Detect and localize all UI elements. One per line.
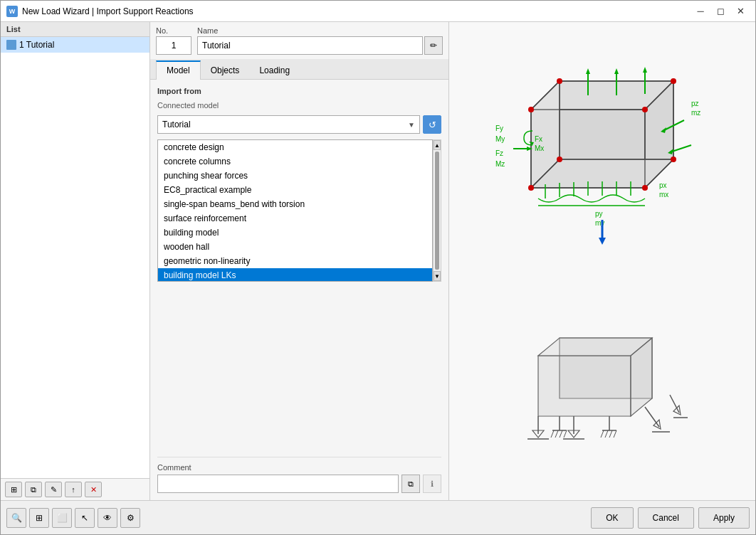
svg-text:Fz: Fz — [495, 149, 503, 157]
bottom-bar: 🔍 ⊞ ⬜ ↖ 👁 ⚙ OK Cancel Apply — [1, 500, 755, 534]
close-button[interactable]: ✕ — [731, 4, 750, 19]
list-item-label: 1 Tutorial — [19, 40, 54, 50]
connected-model-dropdown[interactable]: Tutorial ▼ — [157, 115, 420, 134]
list-item[interactable]: 1 Tutorial — [1, 37, 149, 53]
name-section: Name ✏ — [197, 26, 443, 55]
svg-text:py: py — [595, 210, 603, 218]
list-header: List — [1, 22, 149, 37]
rename-button[interactable]: ✎ — [45, 482, 62, 497]
svg-line-69 — [560, 430, 562, 438]
svg-line-73 — [601, 430, 604, 438]
svg-text:mz: mz — [691, 109, 700, 117]
maximize-button[interactable]: ◻ — [711, 4, 730, 19]
minimize-button[interactable]: ─ — [691, 4, 710, 19]
no-input[interactable] — [156, 36, 191, 55]
list-scrollbar[interactable]: ▲ ▼ — [433, 139, 441, 282]
scroll-up-button[interactable]: ▲ — [434, 140, 441, 150]
dropdown-item-9[interactable]: building model LKs — [158, 268, 432, 282]
view-button[interactable]: ⬜ — [52, 508, 72, 528]
svg-point-13 — [671, 157, 676, 162]
titlebar: W New Load Wizard | Import Support React… — [1, 1, 755, 22]
comment-copy-button[interactable]: ⧉ — [401, 475, 420, 493]
comment-input[interactable] — [157, 475, 399, 493]
list-item-icon — [6, 40, 16, 50]
bottom-action-buttons: OK Cancel Apply — [591, 507, 750, 529]
settings-button[interactable]: ⚙ — [120, 508, 140, 528]
svg-text:Fx: Fx — [535, 135, 542, 143]
ok-button[interactable]: OK — [591, 507, 633, 529]
dropdown-list[interactable]: concrete design concrete columns punchin… — [157, 139, 433, 282]
svg-text:px: px — [659, 181, 667, 189]
svg-line-68 — [555, 430, 558, 438]
no-label: No. — [156, 26, 191, 35]
apply-button[interactable]: Apply — [698, 507, 750, 529]
dropdown-item-1[interactable]: concrete columns — [158, 154, 432, 169]
svg-marker-45 — [599, 238, 606, 245]
dropdown-selected-value: Tutorial — [162, 120, 191, 129]
comment-info-button[interactable]: ℹ — [423, 475, 441, 493]
delete-button[interactable]: ✕ — [85, 482, 102, 497]
right-panel: pz mz Fy My Fz Mz Fx Mx px mx py my — [449, 22, 755, 500]
svg-marker-19 — [643, 67, 647, 73]
main-content: List 1 Tutorial ⊞ ⧉ ✎ ↑ ✕ No. — [1, 22, 755, 500]
bottom-tools: 🔍 ⊞ ⬜ ↖ 👁 ⚙ — [6, 508, 140, 528]
dropdown-item-8[interactable]: geometric non-linearity — [158, 254, 432, 268]
window-title: New Load Wizard | Import Support Reactio… — [22, 6, 687, 16]
svg-line-74 — [605, 430, 608, 438]
dropdown-arrow-icon: ▼ — [408, 121, 415, 129]
grid-button[interactable]: ⊞ — [29, 508, 49, 528]
refresh-button[interactable]: ↺ — [423, 115, 441, 134]
dropdown-item-5[interactable]: surface reinforcement — [158, 211, 432, 226]
duplicate-button[interactable]: ⧉ — [25, 482, 42, 497]
scroll-thumb[interactable] — [435, 152, 439, 270]
move-up-button[interactable]: ↑ — [65, 482, 82, 497]
edit-name-button[interactable]: ✏ — [424, 36, 443, 55]
name-input[interactable] — [197, 36, 423, 55]
dropdown-item-4[interactable]: single-span beams_bend with torsion — [158, 197, 432, 211]
name-label: Name — [197, 26, 443, 35]
svg-point-6 — [528, 107, 534, 112]
svg-marker-63 — [673, 406, 681, 415]
lower-diagram — [503, 327, 702, 455]
eye-button[interactable]: 👁 — [98, 508, 117, 528]
middle-panel: No. Name ✏ Model Objects Loading — [150, 22, 449, 500]
name-input-row: ✏ — [197, 36, 443, 55]
search-button[interactable]: 🔍 — [6, 508, 26, 528]
svg-line-67 — [551, 430, 554, 438]
dropdown-item-6[interactable]: building model — [158, 226, 432, 240]
main-window: W New Load Wizard | Import Support React… — [0, 0, 756, 535]
list-items: 1 Tutorial — [1, 37, 149, 478]
svg-text:pz: pz — [691, 100, 699, 107]
cursor-button[interactable]: ↖ — [75, 508, 95, 528]
cancel-button[interactable]: Cancel — [638, 507, 694, 529]
tab-loading[interactable]: Loading — [249, 60, 300, 79]
list-toolbar: ⊞ ⧉ ✎ ↑ ✕ — [1, 478, 149, 500]
app-icon: W — [6, 6, 18, 17]
new-item-button[interactable]: ⊞ — [5, 482, 22, 497]
svg-point-12 — [557, 157, 562, 162]
dropdown-item-2[interactable]: punching shear forces — [158, 169, 432, 183]
svg-line-75 — [609, 430, 612, 438]
connected-model-row: Tutorial ▼ ↺ — [157, 115, 441, 134]
svg-line-70 — [564, 430, 567, 438]
svg-line-59 — [645, 407, 659, 427]
svg-point-9 — [642, 185, 648, 191]
svg-point-7 — [642, 107, 648, 112]
dropdown-item-3[interactable]: EC8_practical example — [158, 183, 432, 197]
connected-model-label: Connected model — [157, 101, 441, 110]
svg-point-8 — [528, 185, 534, 191]
svg-text:Fy: Fy — [495, 125, 503, 132]
svg-marker-15 — [586, 68, 590, 74]
svg-text:Mz: Mz — [495, 160, 505, 168]
tab-model[interactable]: Model — [156, 60, 201, 80]
comment-section: Comment ⧉ ℹ — [157, 457, 441, 493]
scroll-down-button[interactable]: ▼ — [434, 271, 441, 281]
upper-diagram: pz mz Fy My Fz Mz Fx Mx px mx py my — [488, 67, 716, 266]
dropdown-item-7[interactable]: wooden hall — [158, 240, 432, 254]
dropdown-item-0[interactable]: concrete design — [158, 140, 432, 154]
import-from-label: Import from — [157, 87, 441, 95]
comment-label: Comment — [157, 463, 441, 472]
tab-content: Import from Connected model Tutorial ▼ ↺… — [150, 80, 448, 500]
tab-objects[interactable]: Objects — [201, 60, 250, 79]
dropdown-list-container: concrete design concrete columns punchin… — [157, 139, 441, 282]
